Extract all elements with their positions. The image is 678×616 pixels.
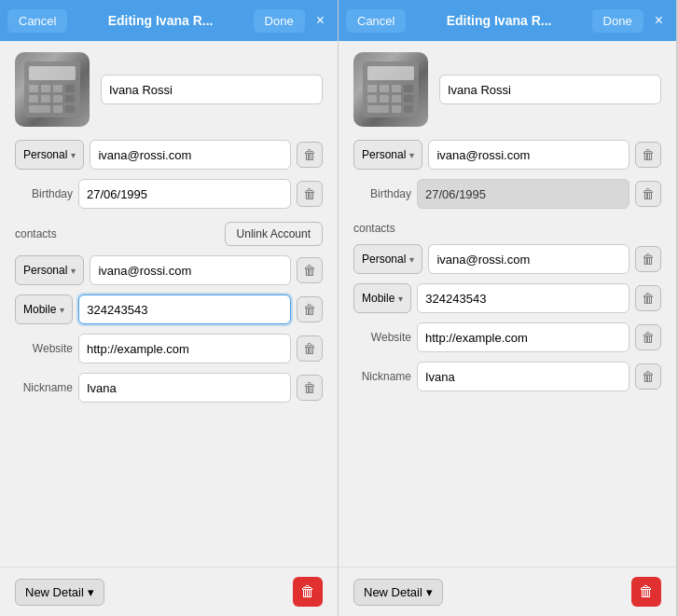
right-email-chevron-icon: ▾ (409, 150, 414, 160)
right-birthday-delete-button[interactable]: 🗑 (635, 181, 661, 207)
right-website-label: Website (353, 331, 411, 344)
left-new-detail-button[interactable]: New Detail ▾ (15, 579, 104, 606)
left-birthday-row: Birthday 🗑 (15, 179, 323, 209)
right-website-input[interactable] (417, 322, 630, 352)
left-email2-trash-icon: 🗑 (303, 263, 316, 278)
left-nickname-trash-icon: 🗑 (303, 380, 316, 395)
right-mobile-input[interactable] (417, 283, 630, 313)
right-nickname-trash-icon: 🗑 (642, 369, 655, 384)
left-birthday-delete-button[interactable]: 🗑 (297, 181, 323, 207)
left-email-trash-icon: 🗑 (303, 147, 316, 162)
left-email2-input[interactable] (90, 255, 291, 285)
right-email2-chevron-icon: ▾ (409, 254, 414, 265)
left-email2-delete-button[interactable]: 🗑 (297, 257, 323, 283)
right-email-row: Personal ▾ 🗑 (353, 140, 661, 170)
svg-rect-23 (367, 105, 389, 113)
right-avatar-img (353, 52, 428, 127)
right-email-input[interactable] (428, 140, 630, 170)
right-nickname-label: Nickname (353, 370, 411, 383)
right-website-delete-button[interactable]: 🗑 (635, 324, 661, 350)
svg-rect-6 (29, 95, 38, 103)
left-email2-type-dropdown[interactable]: Personal ▾ (15, 255, 84, 285)
left-email-type-dropdown[interactable]: Personal ▾ (15, 140, 84, 170)
right-cancel-button[interactable]: Cancel (346, 9, 406, 33)
left-email-row: Personal ▾ 🗑 (15, 140, 323, 170)
right-mobile-chevron-icon: ▾ (398, 294, 403, 304)
right-email2-input[interactable] (428, 244, 630, 274)
right-email2-delete-button[interactable]: 🗑 (635, 246, 661, 272)
svg-rect-5 (65, 85, 75, 92)
right-email2-type-dropdown[interactable]: Personal ▾ (353, 244, 422, 274)
svg-rect-3 (41, 85, 50, 92)
svg-rect-20 (380, 95, 389, 103)
right-birthday-input[interactable] (417, 179, 630, 209)
right-mobile-type-dropdown[interactable]: Mobile ▾ (353, 283, 411, 313)
left-new-detail-chevron-icon: ▾ (88, 585, 94, 599)
left-panel: Cancel Editing Ivana R... Done × (0, 0, 339, 616)
left-email-delete-button[interactable]: 🗑 (297, 142, 323, 168)
right-avatar-name-row (353, 52, 661, 127)
left-name-input[interactable] (101, 75, 323, 104)
svg-rect-8 (53, 95, 62, 103)
left-contacts-label: contacts (15, 227, 57, 240)
left-nickname-input[interactable] (78, 373, 291, 403)
left-footer-delete-button[interactable]: 🗑 (293, 577, 323, 607)
left-footer-trash-icon: 🗑 (300, 583, 315, 600)
left-birthday-input[interactable] (78, 179, 291, 209)
right-nickname-input[interactable] (417, 362, 630, 391)
right-email-delete-button[interactable]: 🗑 (635, 142, 661, 168)
left-mobile-trash-icon: 🗑 (303, 302, 316, 317)
right-new-detail-label: New Detail (364, 585, 422, 599)
svg-rect-25 (404, 105, 413, 113)
right-footer-trash-icon: 🗑 (639, 583, 654, 600)
left-email-row2: Personal ▾ 🗑 (15, 255, 323, 285)
right-footer-delete-button[interactable]: 🗑 (631, 577, 661, 607)
right-email-type-dropdown[interactable]: Personal ▾ (353, 140, 422, 170)
right-email-type-label: Personal (362, 148, 406, 161)
svg-rect-7 (41, 95, 50, 103)
right-content: Personal ▾ 🗑 Birthday 🗑 contacts Persona… (339, 41, 676, 567)
svg-rect-11 (53, 105, 62, 113)
right-nickname-delete-button[interactable]: 🗑 (635, 363, 661, 390)
left-email-type-chevron-icon: ▾ (71, 150, 76, 160)
left-email-input[interactable] (90, 140, 291, 170)
left-mobile-input[interactable] (78, 294, 291, 324)
left-website-row: Website 🗑 (15, 334, 323, 363)
left-cancel-button[interactable]: Cancel (7, 9, 67, 33)
left-close-button[interactable]: × (311, 10, 330, 31)
left-birthday-label: Birthday (15, 187, 73, 200)
right-new-detail-button[interactable]: New Detail ▾ (353, 579, 443, 606)
left-nickname-delete-button[interactable]: 🗑 (297, 375, 323, 401)
left-website-input[interactable] (78, 334, 291, 363)
left-email-type-label: Personal (23, 148, 67, 161)
svg-rect-4 (53, 85, 62, 92)
left-mobile-delete-button[interactable]: 🗑 (297, 296, 323, 322)
left-done-button[interactable]: Done (254, 9, 305, 33)
left-mobile-row: Mobile ▾ 🗑 (15, 294, 323, 324)
left-mobile-type-dropdown[interactable]: Mobile ▾ (15, 294, 73, 324)
right-email-row2: Personal ▾ 🗑 (353, 244, 661, 274)
svg-rect-1 (29, 66, 76, 80)
right-birthday-label: Birthday (353, 187, 411, 200)
right-close-button[interactable]: × (649, 10, 669, 31)
left-website-label: Website (15, 342, 73, 355)
left-mobile-chevron-icon: ▾ (60, 305, 64, 315)
right-mobile-delete-button[interactable]: 🗑 (635, 285, 661, 311)
right-email-trash-icon: 🗑 (642, 147, 655, 162)
right-birthday-trash-icon: 🗑 (642, 186, 655, 201)
right-name-input[interactable] (439, 75, 661, 104)
right-nickname-row: Nickname 🗑 (353, 362, 661, 391)
right-done-button[interactable]: Done (592, 9, 643, 33)
svg-rect-22 (404, 95, 413, 103)
left-email2-chevron-icon: ▾ (71, 266, 76, 276)
left-website-delete-button[interactable]: 🗑 (297, 335, 323, 362)
left-email2-type-label: Personal (23, 264, 67, 277)
left-footer: New Detail ▾ 🗑 (0, 567, 338, 616)
svg-rect-15 (367, 85, 377, 92)
svg-rect-19 (367, 95, 377, 103)
left-unlink-button[interactable]: Unlink Account (225, 222, 323, 246)
right-new-detail-chevron-icon: ▾ (426, 585, 433, 599)
right-birthday-row: Birthday 🗑 (353, 179, 661, 209)
right-avatar-calculator-icon (358, 57, 423, 122)
left-nickname-label: Nickname (15, 381, 73, 394)
